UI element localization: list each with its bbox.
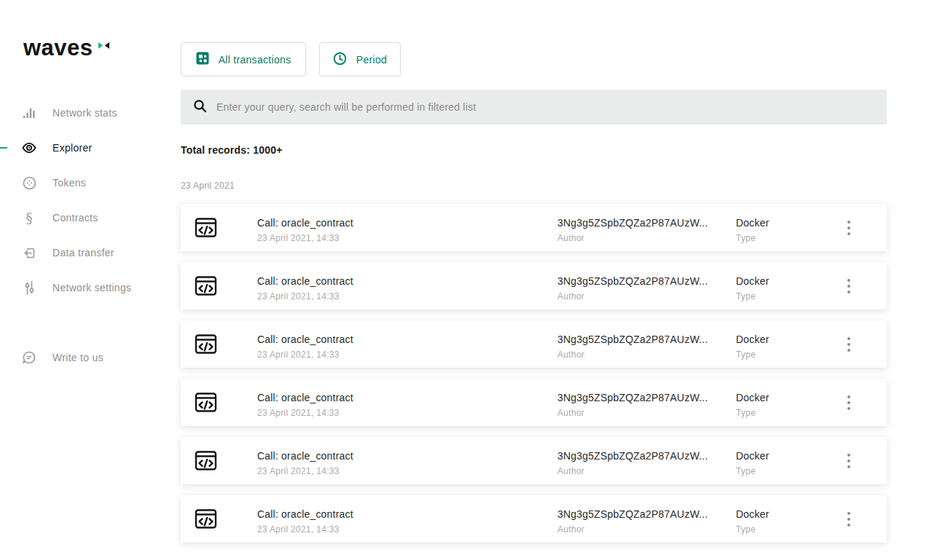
sidebar-item-contracts[interactable]: § Contracts [0,200,181,235]
transaction-author-col: 3Ng3g5ZSpbZQZa2P87AUzW... Author [557,217,708,243]
transaction-datetime: 23 April 2021, 14:33 [257,408,353,418]
transaction-type-value: Docker [736,275,769,287]
transaction-type-col: Docker Type [736,275,769,301]
code-window-icon [194,216,218,240]
all-transactions-button[interactable]: All transactions [181,42,306,76]
transaction-author-address: 3Ng3g5ZSpbZQZa2P87AUzW... [557,334,708,345]
sidebar-item-label: Network stats [52,107,117,119]
clock-icon [333,52,347,68]
transaction-title: Call: oracle_contract [257,392,353,403]
sidebar-item-label: Data transfer [52,247,114,259]
row-menu-button[interactable] [844,218,853,238]
sidebar-item-label: Network settings [52,282,131,293]
transaction-type-col: Docker Type [736,217,769,243]
transaction-main-col: Call: oracle_contract 23 April 2021, 14:… [257,508,353,535]
transaction-author-col: 3Ng3g5ZSpbZQZa2P87AUzW... Author [557,450,708,476]
transaction-author-address: 3Ng3g5ZSpbZQZa2P87AUzW... [557,392,708,403]
transaction-row[interactable]: Call: oracle_contract 23 April 2021, 14:… [181,320,887,368]
row-menu-button[interactable] [844,451,853,471]
filter-bar: All transactions Period [181,42,401,76]
sliders-icon [22,280,36,295]
transaction-datetime: 23 April 2021, 14:33 [257,233,353,243]
transaction-author-address: 3Ng3g5ZSpbZQZa2P87AUzW... [557,275,708,287]
transaction-author-label: Author [557,408,708,418]
transaction-type-label: Type [736,291,769,301]
grid-icon [196,52,209,67]
code-window-icon [194,332,218,356]
transaction-author-col: 3Ng3g5ZSpbZQZa2P87AUzW... Author [557,275,708,301]
transaction-row[interactable]: Call: oracle_contract 23 April 2021, 14:… [181,204,887,251]
transaction-author-label: Author [557,291,708,301]
transaction-title: Call: oracle_contract [257,508,353,520]
transaction-type-label: Type [736,466,769,476]
row-menu-button[interactable] [844,276,853,296]
sidebar-item-tokens[interactable]: Tokens [0,165,181,200]
sidebar-item-explorer[interactable]: Explorer [0,130,181,165]
transaction-main-col: Call: oracle_contract 23 April 2021, 14:… [257,392,353,418]
transaction-author-address: 3Ng3g5ZSpbZQZa2P87AUzW... [557,217,708,229]
code-window-icon [194,449,218,473]
transaction-type-value: Docker [736,334,769,345]
transaction-main-col: Call: oracle_contract 23 April 2021, 14:… [257,275,353,301]
transaction-type-value: Docker [736,508,769,520]
transaction-row[interactable]: Call: oracle_contract 23 April 2021, 14:… [181,262,887,309]
transaction-type-col: Docker Type [736,450,769,476]
transaction-type-col: Docker Type [736,392,769,418]
sidebar: waves Network stats Explorer Tokens § [0,0,181,560]
transaction-author-label: Author [557,524,708,535]
coin-dots-icon [22,176,36,190]
sidebar-item-data-transfer[interactable]: Data transfer [0,235,181,270]
chat-bubble-icon [22,350,36,365]
code-window-icon [194,390,218,414]
search-bar [181,90,887,125]
transaction-title: Call: oracle_contract [257,334,353,345]
main-content: All transactions Period Total records: 1… [181,0,887,560]
data-transfer-icon [22,245,36,260]
transactions-list: Call: oracle_contract 23 April 2021, 14:… [181,204,887,553]
period-label: Period [356,54,387,66]
bar-chart-icon [22,106,36,120]
sidebar-item-label: Contracts [52,212,98,224]
total-records: Total records: 1000+ [181,144,283,156]
transaction-type-label: Type [736,524,769,535]
all-transactions-label: All transactions [219,54,291,66]
transaction-type-label: Type [736,408,769,418]
code-window-icon [194,274,218,298]
logo-text: waves [23,36,93,59]
transaction-datetime: 23 April 2021, 14:33 [257,524,353,535]
transaction-title: Call: oracle_contract [257,217,353,229]
waves-bowtie-icon [98,39,109,52]
transaction-datetime: 23 April 2021, 14:33 [257,350,353,360]
period-button[interactable]: Period [319,42,401,76]
sidebar-item-network-settings[interactable]: Network settings [0,270,181,305]
transaction-author-label: Author [557,466,708,476]
sidebar-item-write-to-us[interactable]: Write to us [0,340,181,375]
date-group-label: 23 April 2021 [181,181,235,191]
transaction-main-col: Call: oracle_contract 23 April 2021, 14:… [257,334,353,360]
eye-icon [22,141,36,155]
row-menu-button[interactable] [844,509,853,529]
search-input[interactable] [216,101,874,113]
search-icon [193,99,207,116]
transaction-author-col: 3Ng3g5ZSpbZQZa2P87AUzW... Author [557,508,708,535]
transaction-row[interactable]: Call: oracle_contract 23 April 2021, 14:… [181,379,887,426]
waves-logo[interactable]: waves [23,36,109,59]
transaction-type-col: Docker Type [736,508,769,535]
transaction-type-label: Type [736,350,769,360]
transaction-main-col: Call: oracle_contract 23 April 2021, 14:… [257,217,353,243]
row-menu-button[interactable] [844,393,853,413]
sidebar-item-label: Tokens [52,177,86,189]
section-sign-icon: § [22,210,36,225]
transaction-author-col: 3Ng3g5ZSpbZQZa2P87AUzW... Author [557,334,708,360]
transaction-author-label: Author [557,233,708,243]
transaction-type-value: Docker [736,217,769,229]
transaction-row[interactable]: Call: oracle_contract 23 April 2021, 14:… [181,495,887,543]
transaction-row[interactable]: Call: oracle_contract 23 April 2021, 14:… [181,437,887,484]
sidebar-nav: Network stats Explorer Tokens § Contract… [0,95,181,375]
transaction-title: Call: oracle_contract [257,450,353,462]
sidebar-item-label: Explorer [52,142,93,154]
sidebar-item-network-stats[interactable]: Network stats [0,95,181,130]
row-menu-button[interactable] [844,334,853,355]
transaction-datetime: 23 April 2021, 14:33 [257,466,353,476]
transaction-title: Call: oracle_contract [257,275,353,287]
